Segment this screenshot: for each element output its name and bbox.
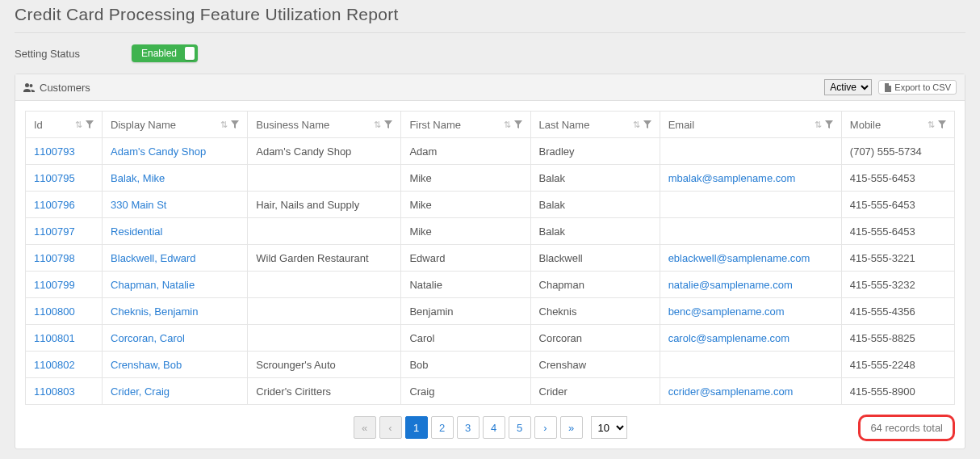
table-cell: Crenshaw [530,352,660,378]
table-cell: Balak [530,218,660,245]
table-row: 1100793Adam's Candy ShopAdam's Candy Sho… [26,138,955,165]
table-cell [248,165,401,192]
display_name-link[interactable]: Blackwell, Edward [111,252,196,264]
cell-text: Mike [409,199,431,211]
table-row: 1100797ResidentialMikeBalak415-555-6453 [26,218,955,245]
id-link[interactable]: 1100799 [34,279,75,291]
active-filter-select[interactable]: Active [824,79,872,95]
page-first-button[interactable]: « [354,416,376,439]
enabled-toggle[interactable]: Enabled [132,44,198,62]
col-first-name[interactable]: First Name⇅ [401,112,530,138]
table-cell [248,218,401,245]
table-cell: Bradley [530,138,660,165]
table-cell: 1100803 [26,378,103,405]
page-5-button[interactable]: 5 [509,416,531,439]
cell-text: 415-555-8900 [850,385,915,398]
email-link[interactable]: carolc@samplename.com [668,332,789,344]
cell-text: Cheknis [539,305,577,318]
filter-icon[interactable] [643,120,651,128]
page-next-button[interactable]: › [534,416,557,439]
table-cell: 415-555-2248 [841,352,954,378]
sort-icon[interactable]: ⇅ [928,120,935,130]
table-cell: natalie@samplename.com [660,272,841,298]
cell-text: 415-555-6453 [850,172,915,184]
export-csv-button[interactable]: Export to CSV [878,80,957,95]
col-business-name[interactable]: Business Name⇅ [248,112,401,138]
page-last-button[interactable]: » [560,416,583,439]
display_name-link[interactable]: Corcoran, Carol [111,332,185,344]
cell-text: Balak [539,172,566,184]
display_name-link[interactable]: Balak, Mike [111,172,165,184]
cell-text: Natalie [409,279,442,291]
table-cell [248,298,401,325]
sort-icon[interactable]: ⇅ [374,120,381,130]
table-cell: 1100802 [26,352,103,378]
display_name-link[interactable]: Adam's Candy Shop [111,145,206,158]
page-4-button[interactable]: 4 [483,416,505,439]
table-cell: eblackwell@samplename.com [660,245,841,272]
email-link[interactable]: ccrider@samplename.com [668,385,794,398]
col-last-name[interactable]: Last Name⇅ [530,112,660,138]
id-link[interactable]: 1100795 [34,172,75,184]
page-3-button[interactable]: 3 [457,416,480,439]
email-link[interactable]: benc@samplename.com [668,305,785,318]
id-link[interactable]: 1100803 [34,385,75,398]
table-cell: 415-555-6453 [841,165,954,192]
cell-text: Corcoran [539,332,582,344]
sort-icon[interactable]: ⇅ [75,120,82,130]
table-cell: Crider's Ciritters [248,378,401,405]
cell-text: (707) 555-5734 [850,145,922,158]
sort-icon[interactable]: ⇅ [815,120,822,130]
page-1-button[interactable]: 1 [405,416,428,439]
col-mobile[interactable]: Mobile⇅ [841,112,954,138]
cell-text: Bradley [539,145,575,158]
col-id[interactable]: Id⇅ [26,112,103,138]
id-link[interactable]: 1100802 [34,359,75,371]
table-cell: Balak [530,165,660,192]
id-link[interactable]: 1100796 [34,199,75,211]
page-2-button[interactable]: 2 [431,416,454,439]
table-cell: 415-555-4356 [841,298,954,325]
filter-icon[interactable] [86,120,94,128]
display_name-link[interactable]: Chapman, Natalie [111,279,195,291]
display_name-link[interactable]: Crenshaw, Bob [111,359,182,371]
col-display-name[interactable]: Display Name⇅ [103,112,248,138]
id-link[interactable]: 1100797 [34,225,75,238]
email-link[interactable]: mbalak@samplename.com [668,172,796,184]
page-prev-button[interactable]: ‹ [379,416,402,439]
email-link[interactable]: natalie@samplename.com [668,279,793,291]
id-link[interactable]: 1100800 [34,305,75,318]
col-email[interactable]: Email⇅ [660,112,841,138]
cell-text: Mike [409,172,431,184]
id-link[interactable]: 1100798 [34,252,75,264]
display_name-link[interactable]: Cheknis, Benjamin [111,305,198,318]
page-size-select[interactable]: 10 [591,416,627,439]
id-link[interactable]: 1100793 [34,145,75,158]
display_name-link[interactable]: 330 Main St [111,199,166,211]
table-cell: 330 Main St [103,192,248,218]
sort-icon[interactable]: ⇅ [220,120,228,130]
pager-row: « ‹ 12345 › » 10 64 records total [25,416,955,439]
filter-icon[interactable] [384,120,392,128]
filter-icon[interactable] [825,120,833,128]
display_name-link[interactable]: Crider, Craig [111,385,170,398]
sort-icon[interactable]: ⇅ [504,120,511,130]
table-cell: ccrider@samplename.com [660,378,841,405]
email-link[interactable]: eblackwell@samplename.com [668,252,810,264]
table-cell: 1100795 [26,165,103,192]
table-cell: Mike [401,218,530,245]
id-link[interactable]: 1100801 [34,332,75,344]
table-cell: Residential [103,218,248,245]
table-cell: Balak [530,192,660,218]
filter-icon[interactable] [938,120,946,128]
panel-title: Customers [40,82,90,94]
filter-icon[interactable] [514,120,522,128]
filter-icon[interactable] [231,120,239,128]
display_name-link[interactable]: Residential [111,225,162,238]
table-cell: Balak, Mike [103,165,248,192]
table-cell: Corcoran, Carol [103,325,248,352]
table-cell: Blackwell, Edward [103,245,248,272]
table-cell: 415-555-3232 [841,272,954,298]
sort-icon[interactable]: ⇅ [633,120,640,130]
cell-text: Crider [539,385,567,398]
